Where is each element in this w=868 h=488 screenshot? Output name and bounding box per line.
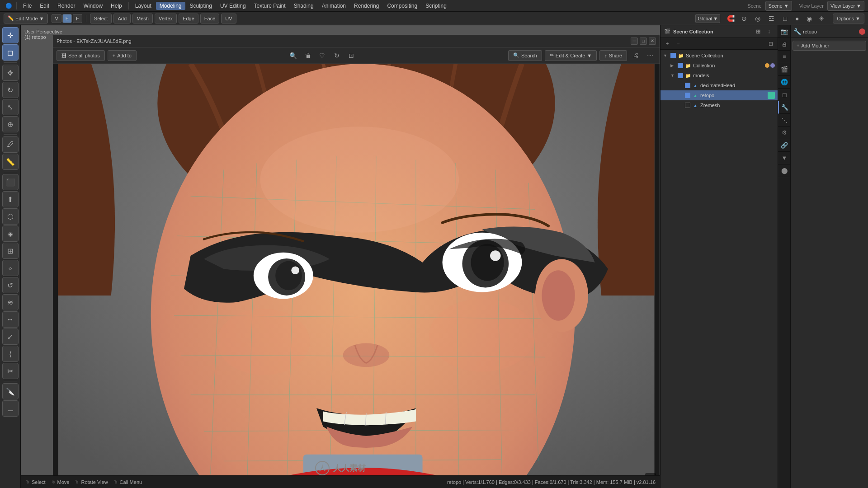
share-btn[interactable]: ↑ Share	[599, 50, 627, 61]
sort-icon-btn[interactable]: ↕	[764, 27, 774, 37]
tab-compositing[interactable]: Compositing	[383, 2, 421, 10]
particles-tab[interactable]: ⋱	[778, 114, 791, 127]
loop-cut-tool[interactable]: ⊞	[2, 243, 19, 259]
proportional-edit-btn[interactable]: ⊙	[738, 13, 750, 24]
options-btn[interactable]: Options ▼	[833, 14, 864, 23]
shear-tool[interactable]: ⟨	[2, 346, 19, 362]
view-layer-dropdown[interactable]: View Layer ▼	[827, 1, 864, 11]
menu-window[interactable]: Window	[80, 2, 106, 10]
delete-btn[interactable]: 🗑	[302, 50, 314, 61]
vertex-mode-btn[interactable]: V	[52, 14, 61, 23]
face-menu-btn[interactable]: UV	[221, 14, 236, 23]
new-collection-btn[interactable]: +	[662, 39, 672, 49]
coll-item-models[interactable]: ▼ 📁 models	[660, 70, 778, 80]
vertex-menu-btn[interactable]: Edge	[179, 14, 198, 23]
spin-tool[interactable]: ↺	[2, 277, 19, 293]
move-tool[interactable]: ✥	[2, 65, 19, 81]
minimize-btn[interactable]: ─	[631, 38, 638, 45]
smooth-tool[interactable]: ≋	[2, 294, 19, 310]
rotate-tool[interactable]: ↻	[2, 82, 19, 98]
menu-edit[interactable]: Edit	[36, 2, 53, 10]
menu-render[interactable]: Render	[54, 2, 79, 10]
edge-slide-tool[interactable]: ↔	[2, 311, 19, 328]
scene-tab[interactable]: 🎬	[778, 63, 791, 76]
filter-icon-btn[interactable]: ⊞	[753, 27, 763, 37]
coll-item-collection[interactable]: ▶ 📁 Collection	[660, 61, 778, 70]
coll-item-retopo[interactable]: ▶ ▲ retopo	[660, 90, 778, 100]
select-menu-btn[interactable]: Add	[113, 14, 131, 23]
visibility-checkbox5[interactable]	[685, 93, 690, 98]
bisect-tool[interactable]: ⚊	[2, 400, 19, 417]
menu-file[interactable]: File	[19, 2, 35, 10]
view-layer-tab[interactable]: ≡	[778, 51, 791, 63]
annotate-tool[interactable]: 🖊	[2, 136, 19, 153]
wireframe-mode-btn[interactable]: □	[779, 13, 791, 24]
add-cube-tool[interactable]: ⬛	[2, 174, 19, 190]
output-props-tab[interactable]: 🖨	[778, 38, 791, 51]
physics-tab[interactable]: ⚙	[778, 127, 791, 139]
search-btn[interactable]: 🔍 Search	[508, 50, 542, 61]
tab-modeling[interactable]: Modeling	[156, 2, 185, 10]
knife-tool[interactable]: 🔪	[2, 383, 19, 399]
visibility-checkbox[interactable]	[670, 53, 676, 58]
expand-icon3[interactable]: ▼	[670, 73, 676, 78]
rip-tool[interactable]: ✂	[2, 363, 19, 379]
tab-uv-editing[interactable]: UV Editing	[217, 2, 250, 10]
add-menu-btn[interactable]: Mesh	[132, 14, 153, 23]
tab-shading[interactable]: Shading	[290, 2, 317, 10]
coll-item-zremesh[interactable]: ▶ ▲ Zremesh	[660, 100, 778, 110]
world-tab[interactable]: 🌐	[778, 76, 791, 89]
visibility-checkbox2[interactable]	[678, 63, 683, 68]
tab-sculpting[interactable]: Sculpting	[186, 2, 216, 10]
photo-content[interactable]: ⤡	[53, 64, 660, 488]
material-tab[interactable]: ⬤	[778, 164, 791, 177]
data-tab[interactable]: ▼	[778, 152, 791, 164]
xray-btn[interactable]: ☲	[765, 13, 777, 24]
tab-texture-paint[interactable]: Texture Paint	[250, 2, 289, 10]
add-to-btn[interactable]: + Add to	[108, 50, 137, 61]
tab-layout[interactable]: Layout	[132, 2, 155, 10]
visibility-checkbox4[interactable]	[685, 83, 690, 88]
visibility-checkbox3[interactable]	[678, 73, 683, 78]
print-btn[interactable]: 🖨	[630, 50, 642, 61]
face-mode-btn[interactable]: F	[73, 14, 82, 23]
see-all-photos-btn[interactable]: 🖼 See all photos	[57, 50, 105, 61]
maximize-btn[interactable]: □	[640, 38, 647, 45]
bevel-tool[interactable]: ◈	[2, 225, 19, 242]
overlay-btn[interactable]: ◎	[752, 13, 764, 24]
snap-btn[interactable]: 🧲	[725, 13, 736, 24]
close-btn[interactable]: ✕	[649, 38, 656, 45]
visibility-checkbox6[interactable]	[685, 103, 690, 108]
constraints-tab[interactable]: 🔗	[778, 139, 791, 152]
more-btn[interactable]: ⋯	[644, 50, 656, 61]
measure-tool[interactable]: 📏	[2, 154, 19, 170]
modifier-tab active[interactable]: 🔧	[778, 101, 791, 114]
shrink-fatten-tool[interactable]: ⤢	[2, 328, 19, 345]
edit-create-btn[interactable]: ✏ Edit & Create ▼	[545, 50, 597, 61]
material-mode-btn[interactable]: ◉	[803, 13, 815, 24]
mesh-menu-btn[interactable]: Vertex	[155, 14, 177, 23]
edge-menu-btn[interactable]: Face	[200, 14, 219, 23]
rotate-btn[interactable]: ↻	[331, 50, 343, 61]
add-modifier-btn[interactable]: + Add Modifier	[793, 41, 866, 51]
transform-orientation-dropdown[interactable]: Global ▼	[695, 14, 720, 23]
solid-mode-btn[interactable]: ●	[791, 13, 803, 24]
coll-item-scene-collection[interactable]: ▼ 📁 Scene Collection	[660, 51, 778, 61]
scale-tool[interactable]: ⤡	[2, 99, 19, 115]
object-tab[interactable]: ◻	[778, 89, 791, 101]
poly-build-tool[interactable]: ⬦	[2, 260, 19, 276]
blender-logo[interactable]: 🔵	[4, 1, 14, 11]
transform-tool[interactable]: ⊕	[2, 116, 19, 132]
expand-icon2[interactable]: ▶	[670, 63, 676, 68]
view-menu-btn[interactable]: Select	[90, 14, 112, 23]
tab-rendering[interactable]: Rendering	[350, 2, 382, 10]
select-tool[interactable]: ◻	[2, 44, 19, 61]
render-props-tab[interactable]: 📷	[778, 25, 791, 38]
crop-btn[interactable]: ⊡	[345, 50, 357, 61]
filter-collection-btn[interactable]: ⊟	[766, 39, 776, 49]
tab-animation[interactable]: Animation	[318, 2, 349, 10]
render-mode-btn[interactable]: ☀	[816, 13, 827, 24]
extrude-tool[interactable]: ⬆	[2, 191, 19, 207]
mode-select-btn[interactable]: ✏️ Edit Mode ▼	[4, 14, 48, 23]
tab-scripting[interactable]: Scripting	[422, 2, 450, 10]
